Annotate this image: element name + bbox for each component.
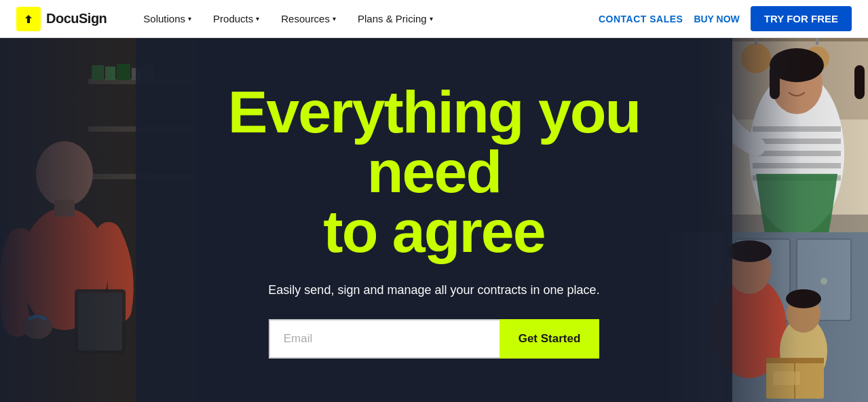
hero-section: Everything you need to agree Easily send… xyxy=(0,38,868,402)
hero-headline: Everything you need to agree xyxy=(190,82,679,261)
logo-text: DocuSign xyxy=(46,11,107,26)
logo-icon xyxy=(16,7,41,31)
get-started-button[interactable]: Get Started xyxy=(499,319,600,359)
nav-links: Solutions ▾ Products ▾ Resources ▾ Plans… xyxy=(134,9,599,29)
hero-form: Get Started xyxy=(190,319,679,359)
email-input[interactable] xyxy=(269,319,499,359)
chevron-down-icon: ▾ xyxy=(333,15,336,22)
contact-sales-link[interactable]: CONTACT SALES xyxy=(599,14,683,24)
nav-item-products[interactable]: Products ▾ xyxy=(204,9,269,29)
try-for-free-button[interactable]: TRY FOR FREE xyxy=(751,6,852,31)
hero-subtext: Easily send, sign and manage all your co… xyxy=(190,283,679,297)
nav-item-resources[interactable]: Resources ▾ xyxy=(271,9,345,29)
nav-item-solutions[interactable]: Solutions ▾ xyxy=(134,9,201,29)
buy-now-link[interactable]: BUY NOW xyxy=(694,14,739,24)
chevron-down-icon: ▾ xyxy=(430,15,433,22)
navbar: DocuSign Solutions ▾ Products ▾ Resource… xyxy=(0,0,868,38)
logo[interactable]: DocuSign xyxy=(16,7,107,31)
nav-actions: CONTACT SALES BUY NOW TRY FOR FREE xyxy=(599,6,852,31)
chevron-down-icon: ▾ xyxy=(256,15,259,22)
nav-item-plans-pricing[interactable]: Plans & Pricing ▾ xyxy=(348,9,442,29)
hero-content: Everything you need to agree Easily send… xyxy=(176,82,692,359)
chevron-down-icon: ▾ xyxy=(188,15,191,22)
